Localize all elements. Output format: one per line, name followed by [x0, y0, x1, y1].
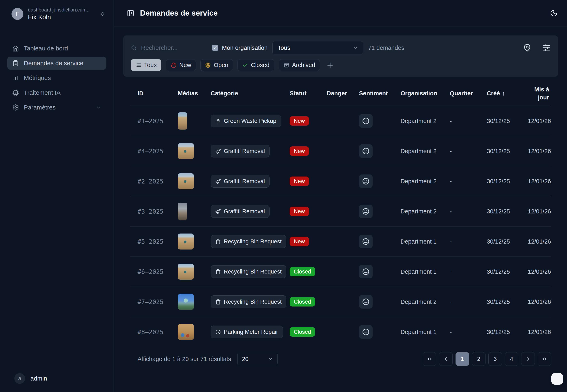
media-thumbnail[interactable]	[178, 264, 194, 280]
sidebar-item-traitement-ia[interactable]: Traitement IA	[7, 86, 106, 99]
filter-settings-icon[interactable]	[542, 44, 551, 52]
workspace-name: Fix Köln	[28, 14, 95, 21]
map-view-icon[interactable]	[523, 44, 531, 52]
my-organisation-checkbox[interactable]	[212, 45, 218, 51]
media-cell[interactable]	[178, 234, 211, 250]
sidebar-nav: Tableau de bord Demandes de service Métr…	[0, 42, 114, 114]
filter-chips: Tous New Open Closed Archived	[131, 59, 551, 71]
sidebar-item-tableau-de-bord[interactable]: Tableau de bord	[7, 42, 106, 55]
pager: 1234	[423, 352, 551, 366]
filter-chip-tous[interactable]: Tous	[131, 59, 161, 71]
filter-chip-open[interactable]: Open	[200, 59, 233, 71]
last-page-button[interactable]	[538, 352, 551, 366]
user-name: admin	[30, 375, 47, 382]
quartier-cell: -	[450, 178, 487, 185]
sentiment-button[interactable]	[359, 295, 373, 308]
quartier-cell: -	[450, 148, 487, 154]
category-cell: Green Waste Pickup	[211, 115, 290, 127]
add-filter-button[interactable]	[326, 61, 334, 69]
filter-chip-closed[interactable]: Closed	[238, 59, 274, 71]
neutral-face-icon	[362, 268, 370, 276]
request-count: 71 demandes	[368, 44, 404, 51]
floating-widget-button[interactable]	[552, 373, 563, 385]
sentiment-button[interactable]	[359, 205, 373, 218]
col-id: ID	[137, 89, 178, 97]
gear-icon	[205, 62, 211, 68]
search-input[interactable]	[141, 44, 198, 52]
table-row[interactable]: #5–2025 Recycling Bin Request New Depart…	[130, 226, 551, 256]
sentiment-button[interactable]	[359, 235, 373, 248]
media-thumbnail[interactable]	[178, 112, 187, 130]
media-thumbnail[interactable]	[178, 234, 194, 250]
cpu-icon	[12, 89, 19, 96]
sidebar-item-demandes-de-service[interactable]: Demandes de service	[7, 56, 106, 70]
sentiment-cell	[359, 325, 401, 339]
media-thumbnail[interactable]	[178, 294, 194, 310]
filter-chip-new[interactable]: New	[166, 59, 196, 71]
sentiment-button[interactable]	[359, 325, 373, 339]
category-chip: Recycling Bin Request	[211, 235, 286, 248]
media-cell[interactable]	[178, 143, 211, 159]
first-page-button[interactable]	[423, 352, 436, 366]
sentiment-button[interactable]	[359, 114, 373, 128]
sentiment-button[interactable]	[359, 174, 373, 188]
media-cell[interactable]	[178, 294, 211, 310]
media-cell[interactable]	[178, 203, 211, 220]
updated-cell: 12/01/26	[528, 208, 549, 215]
sidebar-item-parametres[interactable]: Paramètres	[7, 101, 106, 114]
page-button-3[interactable]: 3	[488, 352, 502, 366]
table-row[interactable]: #8–2025 Parking Meter Repair Closed Depa…	[130, 317, 551, 347]
table-row[interactable]: #2–2025 Graffiti Removal New Department …	[130, 166, 551, 196]
media-thumbnail[interactable]	[178, 143, 194, 159]
user-menu[interactable]: a admin	[0, 366, 114, 392]
chevron-right-icon	[525, 356, 531, 362]
search-box	[131, 44, 198, 52]
sentiment-button[interactable]	[359, 144, 373, 158]
media-cell[interactable]	[178, 173, 211, 189]
workspace-switcher[interactable]: F dashboard.jurisdiction.curr... Fix Köl…	[0, 0, 114, 27]
col-categorie: Catégorie	[211, 89, 290, 97]
organisation-cell: Department 2	[401, 298, 450, 305]
category-chip: Recycling Bin Request	[211, 265, 286, 278]
neutral-face-icon	[362, 208, 370, 215]
media-cell[interactable]	[178, 264, 211, 280]
created-cell: 30/12/25	[487, 238, 528, 245]
filter-chip-archived[interactable]: Archived	[279, 59, 320, 71]
sidebar-item-metriques[interactable]: Métriques	[7, 71, 106, 84]
col-cree[interactable]: Créé↑	[487, 89, 528, 97]
created-cell: 30/12/25	[487, 208, 528, 215]
status-cell: Closed	[290, 297, 327, 307]
category-cell: Recycling Bin Request	[211, 265, 290, 278]
status-cell: Closed	[290, 267, 327, 276]
page-button-4[interactable]: 4	[505, 352, 518, 366]
dark-mode-toggle-icon[interactable]	[550, 9, 558, 17]
table-row[interactable]: #4–2025 Graffiti Removal New Department …	[130, 136, 551, 166]
service-requests-page: { "sidebar": { "workspace": { "avatar_in…	[0, 0, 567, 392]
status-badge: New	[290, 116, 309, 126]
filters-card: Mon organisation Tous 71 demandes Tous N…	[123, 35, 558, 77]
previous-page-button[interactable]	[439, 352, 453, 366]
table-row[interactable]: #6–2025 Recycling Bin Request Closed Dep…	[130, 256, 551, 287]
sentiment-button[interactable]	[359, 265, 373, 279]
col-organisation: Organisation	[401, 89, 450, 97]
table-row[interactable]: #3–2025 Graffiti Removal New Department …	[130, 196, 551, 226]
media-thumbnail[interactable]	[178, 203, 187, 220]
table-row[interactable]: #7–2025 Recycling Bin Request Closed Dep…	[130, 287, 551, 317]
media-thumbnail[interactable]	[178, 173, 194, 189]
page-button-1[interactable]: 1	[456, 352, 469, 366]
status-badge: New	[290, 177, 309, 186]
page-button-2[interactable]: 2	[472, 352, 486, 366]
chevron-down-icon	[353, 45, 358, 50]
my-organisation-toggle[interactable]: Mon organisation	[212, 44, 268, 51]
media-cell[interactable]	[178, 324, 211, 340]
page-size-select[interactable]: 20	[237, 353, 278, 365]
workspace-avatar: F	[12, 8, 23, 20]
collapse-sidebar-icon[interactable]	[127, 9, 134, 17]
next-page-button[interactable]	[521, 352, 535, 366]
media-thumbnail[interactable]	[178, 324, 194, 340]
table-row[interactable]: #1–2025 Green Waste Pickup New Departmen…	[130, 106, 551, 136]
request-id: #1–2025	[137, 117, 178, 125]
media-cell[interactable]	[178, 112, 211, 130]
request-id: #8–2025	[137, 328, 178, 336]
status-filter-select[interactable]: Tous	[272, 41, 363, 54]
